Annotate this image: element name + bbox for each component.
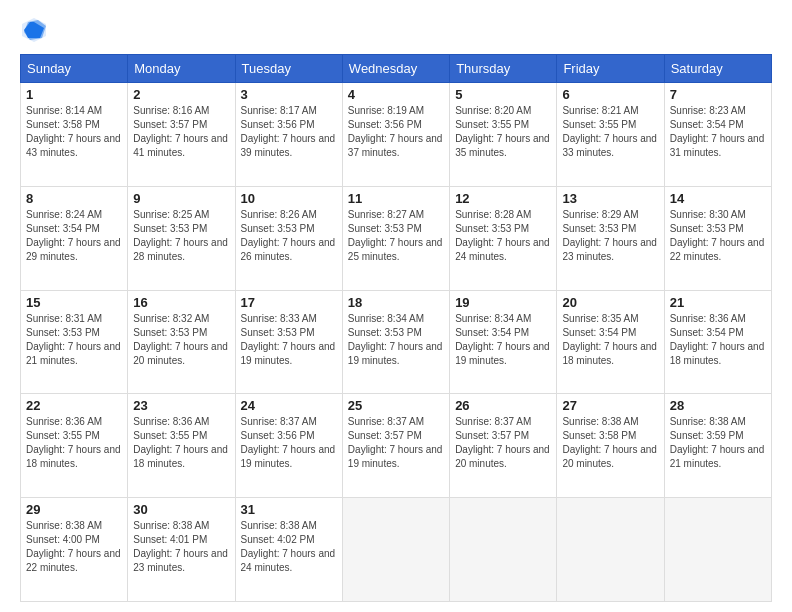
daylight-label: Daylight: 7 hours and 19 minutes. [455, 341, 550, 366]
col-saturday: Saturday [664, 55, 771, 83]
page: Sunday Monday Tuesday Wednesday Thursday… [0, 0, 792, 612]
day-detail: Sunrise: 8:31 AM Sunset: 3:53 PM Dayligh… [26, 312, 122, 368]
calendar-table: Sunday Monday Tuesday Wednesday Thursday… [20, 54, 772, 602]
sunrise-label: Sunrise: 8:34 AM [455, 313, 531, 324]
day-number: 4 [348, 87, 444, 102]
daylight-label: Daylight: 7 hours and 24 minutes. [241, 548, 336, 573]
sunrise-label: Sunrise: 8:38 AM [241, 520, 317, 531]
daylight-label: Daylight: 7 hours and 23 minutes. [133, 548, 228, 573]
day-number: 28 [670, 398, 766, 413]
sunrise-label: Sunrise: 8:30 AM [670, 209, 746, 220]
day-detail: Sunrise: 8:21 AM Sunset: 3:55 PM Dayligh… [562, 104, 658, 160]
day-detail: Sunrise: 8:33 AM Sunset: 3:53 PM Dayligh… [241, 312, 337, 368]
calendar-cell: 28 Sunrise: 8:38 AM Sunset: 3:59 PM Dayl… [664, 394, 771, 498]
sunset-label: Sunset: 3:53 PM [133, 327, 207, 338]
daylight-label: Daylight: 7 hours and 20 minutes. [562, 444, 657, 469]
sunrise-label: Sunrise: 8:16 AM [133, 105, 209, 116]
day-detail: Sunrise: 8:29 AM Sunset: 3:53 PM Dayligh… [562, 208, 658, 264]
sunset-label: Sunset: 3:53 PM [133, 223, 207, 234]
day-detail: Sunrise: 8:14 AM Sunset: 3:58 PM Dayligh… [26, 104, 122, 160]
sunrise-label: Sunrise: 8:36 AM [26, 416, 102, 427]
header [20, 16, 772, 44]
calendar-cell: 11 Sunrise: 8:27 AM Sunset: 3:53 PM Dayl… [342, 186, 449, 290]
day-number: 15 [26, 295, 122, 310]
daylight-label: Daylight: 7 hours and 28 minutes. [133, 237, 228, 262]
sunrise-label: Sunrise: 8:32 AM [133, 313, 209, 324]
sunset-label: Sunset: 3:58 PM [26, 119, 100, 130]
day-number: 22 [26, 398, 122, 413]
sunset-label: Sunset: 3:53 PM [455, 223, 529, 234]
calendar-cell: 26 Sunrise: 8:37 AM Sunset: 3:57 PM Dayl… [450, 394, 557, 498]
sunset-label: Sunset: 3:57 PM [133, 119, 207, 130]
calendar-cell [557, 498, 664, 602]
sunrise-label: Sunrise: 8:36 AM [133, 416, 209, 427]
daylight-label: Daylight: 7 hours and 25 minutes. [348, 237, 443, 262]
daylight-label: Daylight: 7 hours and 35 minutes. [455, 133, 550, 158]
day-number: 24 [241, 398, 337, 413]
daylight-label: Daylight: 7 hours and 23 minutes. [562, 237, 657, 262]
sunrise-label: Sunrise: 8:33 AM [241, 313, 317, 324]
calendar-cell: 31 Sunrise: 8:38 AM Sunset: 4:02 PM Dayl… [235, 498, 342, 602]
day-number: 21 [670, 295, 766, 310]
calendar-cell: 25 Sunrise: 8:37 AM Sunset: 3:57 PM Dayl… [342, 394, 449, 498]
daylight-label: Daylight: 7 hours and 24 minutes. [455, 237, 550, 262]
sunset-label: Sunset: 3:54 PM [670, 119, 744, 130]
day-detail: Sunrise: 8:37 AM Sunset: 3:57 PM Dayligh… [348, 415, 444, 471]
sunrise-label: Sunrise: 8:29 AM [562, 209, 638, 220]
daylight-label: Daylight: 7 hours and 39 minutes. [241, 133, 336, 158]
sunrise-label: Sunrise: 8:34 AM [348, 313, 424, 324]
day-number: 10 [241, 191, 337, 206]
calendar-header-row: Sunday Monday Tuesday Wednesday Thursday… [21, 55, 772, 83]
daylight-label: Daylight: 7 hours and 41 minutes. [133, 133, 228, 158]
daylight-label: Daylight: 7 hours and 18 minutes. [26, 444, 121, 469]
sunrise-label: Sunrise: 8:14 AM [26, 105, 102, 116]
calendar-cell: 18 Sunrise: 8:34 AM Sunset: 3:53 PM Dayl… [342, 290, 449, 394]
sunset-label: Sunset: 3:56 PM [241, 119, 315, 130]
calendar-cell: 2 Sunrise: 8:16 AM Sunset: 3:57 PM Dayli… [128, 83, 235, 187]
daylight-label: Daylight: 7 hours and 18 minutes. [670, 341, 765, 366]
sunset-label: Sunset: 4:01 PM [133, 534, 207, 545]
sunset-label: Sunset: 3:53 PM [26, 327, 100, 338]
sunrise-label: Sunrise: 8:37 AM [241, 416, 317, 427]
sunrise-label: Sunrise: 8:37 AM [348, 416, 424, 427]
sunrise-label: Sunrise: 8:19 AM [348, 105, 424, 116]
daylight-label: Daylight: 7 hours and 22 minutes. [26, 548, 121, 573]
sunset-label: Sunset: 3:53 PM [348, 327, 422, 338]
day-detail: Sunrise: 8:34 AM Sunset: 3:53 PM Dayligh… [348, 312, 444, 368]
sunset-label: Sunset: 3:55 PM [26, 430, 100, 441]
day-detail: Sunrise: 8:23 AM Sunset: 3:54 PM Dayligh… [670, 104, 766, 160]
day-detail: Sunrise: 8:19 AM Sunset: 3:56 PM Dayligh… [348, 104, 444, 160]
sunrise-label: Sunrise: 8:26 AM [241, 209, 317, 220]
calendar-cell: 3 Sunrise: 8:17 AM Sunset: 3:56 PM Dayli… [235, 83, 342, 187]
day-number: 14 [670, 191, 766, 206]
day-number: 6 [562, 87, 658, 102]
sunrise-label: Sunrise: 8:27 AM [348, 209, 424, 220]
day-number: 18 [348, 295, 444, 310]
sunset-label: Sunset: 3:56 PM [241, 430, 315, 441]
day-detail: Sunrise: 8:30 AM Sunset: 3:53 PM Dayligh… [670, 208, 766, 264]
calendar-week-row: 8 Sunrise: 8:24 AM Sunset: 3:54 PM Dayli… [21, 186, 772, 290]
day-number: 17 [241, 295, 337, 310]
calendar-week-row: 29 Sunrise: 8:38 AM Sunset: 4:00 PM Dayl… [21, 498, 772, 602]
sunset-label: Sunset: 3:54 PM [455, 327, 529, 338]
day-detail: Sunrise: 8:34 AM Sunset: 3:54 PM Dayligh… [455, 312, 551, 368]
day-detail: Sunrise: 8:32 AM Sunset: 3:53 PM Dayligh… [133, 312, 229, 368]
calendar-week-row: 22 Sunrise: 8:36 AM Sunset: 3:55 PM Dayl… [21, 394, 772, 498]
calendar-cell: 30 Sunrise: 8:38 AM Sunset: 4:01 PM Dayl… [128, 498, 235, 602]
day-detail: Sunrise: 8:37 AM Sunset: 3:57 PM Dayligh… [455, 415, 551, 471]
day-detail: Sunrise: 8:28 AM Sunset: 3:53 PM Dayligh… [455, 208, 551, 264]
sunset-label: Sunset: 3:57 PM [455, 430, 529, 441]
calendar-cell: 16 Sunrise: 8:32 AM Sunset: 3:53 PM Dayl… [128, 290, 235, 394]
sunrise-label: Sunrise: 8:38 AM [26, 520, 102, 531]
day-number: 8 [26, 191, 122, 206]
sunset-label: Sunset: 4:00 PM [26, 534, 100, 545]
day-detail: Sunrise: 8:20 AM Sunset: 3:55 PM Dayligh… [455, 104, 551, 160]
col-monday: Monday [128, 55, 235, 83]
day-number: 11 [348, 191, 444, 206]
calendar-cell: 14 Sunrise: 8:30 AM Sunset: 3:53 PM Dayl… [664, 186, 771, 290]
daylight-label: Daylight: 7 hours and 43 minutes. [26, 133, 121, 158]
sunset-label: Sunset: 4:02 PM [241, 534, 315, 545]
daylight-label: Daylight: 7 hours and 21 minutes. [670, 444, 765, 469]
sunset-label: Sunset: 3:53 PM [562, 223, 636, 234]
col-thursday: Thursday [450, 55, 557, 83]
